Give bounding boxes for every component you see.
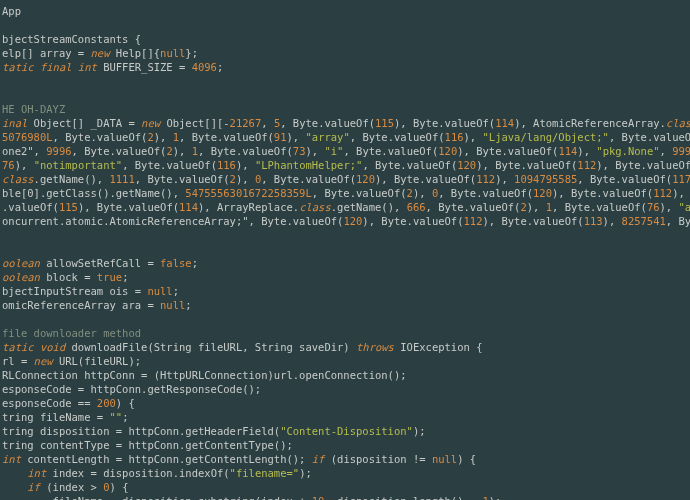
- code-token: tring contentType = httpConn.getContentT…: [2, 439, 293, 451]
- code-line[interactable]: rl = new URL(fileURL);: [2, 354, 688, 368]
- code-token: ), Byte.valueOf(: [552, 187, 653, 199]
- code-token: , Byte.valueO: [666, 215, 690, 227]
- code-line[interactable]: RLConnection httpConn = (HttpURLConnecti…: [2, 368, 688, 382]
- code-token: ),: [236, 159, 255, 171]
- code-token: "i": [324, 145, 343, 157]
- code-token: true: [97, 271, 122, 283]
- code-token: ),: [577, 145, 596, 157]
- code-token: rl =: [2, 355, 34, 367]
- code-token: 120: [457, 159, 476, 171]
- code-line[interactable]: oolean block = true;: [2, 270, 688, 284]
- code-token: null: [147, 285, 172, 297]
- code-line[interactable]: tatic final int BUFFER_SIZE = 4096;: [2, 60, 688, 74]
- code-token: 21267: [230, 117, 262, 129]
- code-token: ,: [261, 117, 274, 129]
- code-token: , Byte.valueOf(: [72, 145, 167, 157]
- code-token: URL(fileURL);: [53, 355, 142, 367]
- code-line[interactable]: tring contentType = httpConn.getContentT…: [2, 438, 688, 452]
- code-line[interactable]: tatic void downloadFile(String fileURL, …: [2, 340, 688, 354]
- code-token: .getName(),: [34, 173, 110, 185]
- code-token: oolean: [2, 271, 40, 283]
- code-token: ) {: [457, 453, 476, 465]
- code-token: throws: [356, 341, 394, 353]
- code-token: class: [666, 117, 690, 129]
- code-line[interactable]: [2, 88, 688, 102]
- code-token: contentLength = httpConn.getContentLengt…: [21, 453, 312, 465]
- code-token: int: [27, 467, 46, 479]
- code-token: ) {: [116, 397, 135, 409]
- code-token: "pkg.None": [596, 145, 659, 157]
- code-token: ), Byte.valueOf(: [596, 159, 690, 171]
- code-line[interactable]: App: [2, 4, 688, 18]
- code-token: bjectStreamConstants {: [2, 33, 141, 45]
- code-token: class: [2, 173, 34, 185]
- code-token: one2": [2, 145, 34, 157]
- code-line[interactable]: ble[0].getClass().getName(), 54755563016…: [2, 186, 688, 200]
- code-token: ), Byte.valueOf(: [362, 215, 463, 227]
- code-token: 114: [179, 201, 198, 213]
- code-editor-viewport[interactable]: App bjectStreamConstants {elp[] array = …: [0, 0, 690, 500]
- code-token: "Ljava/lang/Object;": [483, 131, 609, 143]
- code-token: (disposition !=: [324, 453, 431, 465]
- code-token: ;: [185, 299, 191, 311]
- code-line[interactable]: class.getName(), 1111, Byte.valueOf(2), …: [2, 172, 688, 186]
- code-token: allowSetRefCall =: [40, 257, 160, 269]
- code-token: 120: [343, 215, 362, 227]
- code-token: 120: [438, 145, 457, 157]
- code-token: ),: [660, 201, 679, 213]
- code-line[interactable]: int index = disposition.indexOf("filenam…: [2, 466, 688, 480]
- code-token: tatic void: [2, 341, 65, 353]
- code-line[interactable]: [2, 74, 688, 88]
- code-line[interactable]: [2, 18, 688, 32]
- code-line[interactable]: [2, 312, 688, 326]
- code-token: 9996: [46, 145, 71, 157]
- code-token: oolean: [2, 257, 40, 269]
- code-line[interactable]: [2, 242, 688, 256]
- code-token: ),: [173, 145, 192, 157]
- code-token: , Byte.valueOf(: [122, 159, 217, 171]
- code-line[interactable]: one2", 9996, Byte.valueOf(2), 1, Byte.va…: [2, 144, 688, 158]
- code-line[interactable]: fileName = disposition.substring(index +…: [2, 494, 688, 500]
- code-token: , Byte.valueOf(: [438, 187, 533, 199]
- code-token: 116: [445, 131, 464, 143]
- code-token: , Byte.valueOf(: [426, 201, 521, 213]
- code-line[interactable]: [2, 228, 688, 242]
- code-token: , Byte.valueOf(: [249, 215, 344, 227]
- code-token: 114: [558, 145, 577, 157]
- code-token: ,: [34, 145, 47, 157]
- code-token: ;: [217, 61, 223, 73]
- code-token: ), Byte.valueOf(: [457, 145, 558, 157]
- code-token: 1111: [109, 173, 134, 185]
- code-token: null: [160, 47, 185, 59]
- code-line[interactable]: oncurrent.atomic.AtomicReferenceArray;",…: [2, 214, 688, 228]
- code-token: , Byte.valueOf(: [179, 131, 274, 143]
- code-token: null: [160, 299, 185, 311]
- code-line[interactable]: esponseCode = httpConn.getResponseCode()…: [2, 382, 688, 396]
- code-line[interactable]: 76), "notimportant", Byte.valueOf(116), …: [2, 158, 688, 172]
- code-line[interactable]: 5076980L, Byte.valueOf(2), 1, Byte.value…: [2, 130, 688, 144]
- code-line[interactable]: if (index > 0) {: [2, 480, 688, 494]
- code-line[interactable]: .valueOf(115), Byte.valueOf(114), ArrayR…: [2, 200, 688, 214]
- code-line[interactable]: int contentLength = httpConn.getContentL…: [2, 452, 688, 466]
- code-line[interactable]: omicReferenceArray ara = null;: [2, 298, 688, 312]
- code-line[interactable]: elp[] array = new Help[]{null};: [2, 46, 688, 60]
- code-line[interactable]: tring fileName = "";: [2, 410, 688, 424]
- code-line[interactable]: bjectStreamConstants {: [2, 32, 688, 46]
- code-token: , Byte.valueOf(: [609, 131, 690, 143]
- code-line[interactable]: tring disposition = httpConn.getHeaderFi…: [2, 424, 688, 438]
- code-line[interactable]: inal Object[] _DATA = new Object[][-2126…: [2, 116, 688, 130]
- code-token: (index >: [40, 481, 103, 493]
- code-line[interactable]: HE OH-DAYZ: [2, 102, 688, 116]
- code-token: 200: [97, 397, 116, 409]
- code-token: ;: [122, 411, 128, 423]
- code-token: block =: [40, 271, 97, 283]
- code-token: ;: [173, 285, 179, 297]
- code-token: 114: [495, 117, 514, 129]
- code-line[interactable]: esponseCode == 200) {: [2, 396, 688, 410]
- code-line[interactable]: oolean allowSetRefCall = false;: [2, 256, 688, 270]
- code-line[interactable]: bjectInputStream ois = null;: [2, 284, 688, 298]
- code-line[interactable]: file downloader method: [2, 326, 688, 340]
- code-token: ), Byte.valueOf(: [375, 173, 476, 185]
- code-token: );: [413, 425, 426, 437]
- code-token: 113: [584, 215, 603, 227]
